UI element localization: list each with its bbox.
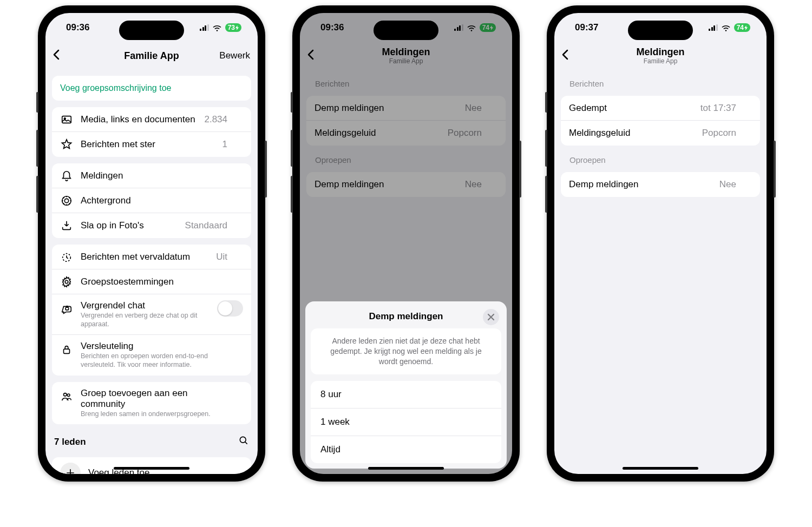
disappearing-messages-row[interactable]: Berichten met vervaldatum Uit bbox=[52, 245, 251, 269]
nav-bar: Familie App Bewerk bbox=[45, 42, 258, 69]
bell-icon bbox=[60, 169, 73, 182]
mute-option-8-hours[interactable]: 8 uur bbox=[311, 381, 501, 409]
section-calls: Oproepen bbox=[561, 146, 760, 166]
cellular-icon bbox=[709, 24, 718, 31]
battery-indicator: 74 bbox=[734, 23, 750, 32]
add-description-row[interactable]: Voeg groepsomschrijving toe bbox=[52, 76, 251, 101]
cellular-icon bbox=[200, 24, 209, 31]
phone-notifications-muted: 09:37 74 Meldingen Familie App Berichten… bbox=[547, 5, 774, 482]
calls-mute-row[interactable]: Demp meldingen Nee bbox=[561, 172, 760, 197]
search-members-button[interactable] bbox=[238, 435, 249, 449]
lock-chat-row[interactable]: Vergrendel chat Vergrendel en verberg de… bbox=[52, 294, 251, 335]
status-time: 09:37 bbox=[575, 22, 598, 33]
svg-point-9 bbox=[67, 393, 70, 396]
sheet-title: Demp meldingen bbox=[369, 311, 443, 322]
wallpaper-icon bbox=[60, 194, 73, 207]
wallpaper-row[interactable]: Achtergrond bbox=[52, 188, 251, 213]
lock-chat-icon bbox=[60, 302, 73, 315]
encryption-row[interactable]: Versleuteling Berichten en oproepen word… bbox=[52, 335, 251, 375]
svg-rect-7 bbox=[64, 349, 70, 353]
starred-messages-row[interactable]: Berichten met ster 1 bbox=[52, 132, 251, 157]
edit-button[interactable]: Bewerk bbox=[219, 50, 250, 61]
download-icon bbox=[60, 219, 73, 232]
sheet-description: Andere leden zien niet dat je deze chat … bbox=[311, 328, 501, 374]
dynamic-island bbox=[374, 21, 438, 40]
home-indicator[interactable] bbox=[114, 467, 189, 470]
dynamic-island bbox=[628, 21, 693, 40]
mute-option-always[interactable]: Altijd bbox=[311, 436, 501, 463]
media-count: 2.834 bbox=[204, 114, 227, 125]
community-icon bbox=[60, 390, 73, 403]
svg-rect-0 bbox=[62, 116, 71, 123]
lock-chat-toggle[interactable] bbox=[217, 300, 243, 317]
home-indicator[interactable] bbox=[368, 467, 444, 470]
back-button[interactable] bbox=[562, 48, 578, 63]
section-messages: Berichten bbox=[561, 69, 760, 89]
status-time: 09:36 bbox=[66, 22, 89, 33]
svg-rect-6 bbox=[66, 307, 69, 310]
dynamic-island bbox=[119, 21, 184, 40]
phone-notifications-sheet: 09:36 74 Meldingen Familie App Berichten… bbox=[292, 5, 520, 482]
wifi-icon bbox=[721, 24, 731, 31]
close-button[interactable] bbox=[483, 309, 499, 325]
lock-icon bbox=[60, 343, 73, 356]
nav-bar: Meldingen Familie App bbox=[554, 42, 767, 69]
back-button[interactable] bbox=[53, 48, 69, 63]
group-permissions-row[interactable]: Groepstoestemmingen bbox=[52, 269, 251, 294]
media-links-docs-row[interactable]: Media, links en documenten 2.834 bbox=[52, 107, 251, 132]
page-subtitle: Familie App bbox=[554, 57, 767, 65]
phone-group-info: 09:36 73 Familie App Bewerk Voeg groepso… bbox=[38, 5, 265, 482]
timer-icon bbox=[60, 251, 73, 264]
save-photos-row[interactable]: Sla op in Foto's Standaard bbox=[52, 213, 251, 238]
plus-icon bbox=[60, 463, 81, 474]
muted-status-row[interactable]: Gedempt tot 17:37 bbox=[561, 96, 760, 121]
svg-point-8 bbox=[64, 393, 67, 396]
wifi-icon bbox=[212, 24, 222, 31]
members-header: 7 leden bbox=[52, 424, 251, 451]
notifications-row[interactable]: Meldingen bbox=[52, 163, 251, 188]
add-to-community-row[interactable]: Groep toevoegen aan een community Breng … bbox=[52, 382, 251, 425]
star-icon bbox=[60, 138, 73, 151]
media-icon bbox=[60, 113, 73, 126]
svg-point-1 bbox=[64, 117, 66, 119]
home-indicator[interactable] bbox=[623, 467, 698, 470]
page-title: Meldingen bbox=[554, 47, 767, 58]
mute-duration-sheet: Demp meldingen Andere leden zien niet da… bbox=[305, 301, 507, 469]
svg-point-2 bbox=[64, 199, 68, 202]
add-members-row[interactable]: Voeg leden toe bbox=[52, 457, 251, 474]
battery-indicator: 73 bbox=[225, 23, 241, 32]
gear-icon bbox=[60, 275, 73, 288]
notification-sound-row[interactable]: Meldingsgeluid Popcorn bbox=[561, 121, 760, 146]
starred-count: 1 bbox=[222, 139, 227, 150]
svg-point-5 bbox=[65, 280, 68, 284]
mute-option-1-week[interactable]: 1 week bbox=[311, 409, 501, 436]
